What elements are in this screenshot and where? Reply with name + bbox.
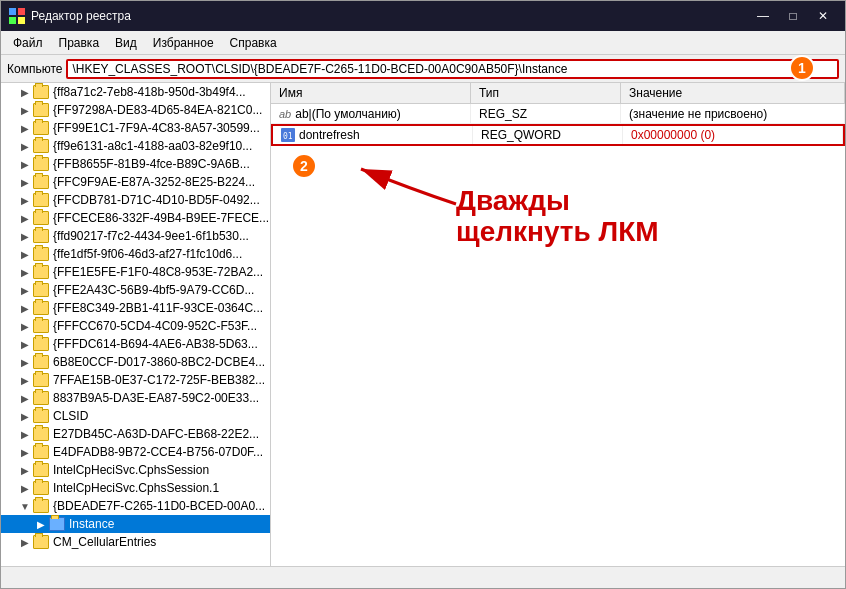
svg-rect-3 xyxy=(18,17,25,24)
expand-icon[interactable]: ▶ xyxy=(17,120,33,136)
tree-item-ff9e[interactable]: ▶ {ff9e6131-a8c1-4188-aa03-82e9f10... xyxy=(1,137,270,155)
value-name-dontrefresh: 01 dontrefresh xyxy=(273,126,473,144)
tree-item-ffce[interactable]: ▶ {FFCECE86-332F-49B4-B9EE-7FECE... xyxy=(1,209,270,227)
folder-icon xyxy=(49,517,65,531)
expand-icon[interactable]: ▶ xyxy=(17,210,33,226)
menu-file[interactable]: Файл xyxy=(5,34,51,52)
values-header: Имя Тип Значение xyxy=(271,83,845,104)
tree-label: {FFFDC614-B694-4AE6-AB38-5D63... xyxy=(53,337,258,351)
expand-icon[interactable]: ▶ xyxy=(17,462,33,478)
tree-item-e27d[interactable]: ▶ E27DB45C-A63D-DAFC-EB68-22E2... xyxy=(1,425,270,443)
expand-icon[interactable]: ▶ xyxy=(17,372,33,388)
menu-bar: Файл Правка Вид Избранное Справка xyxy=(1,31,845,55)
tree-item-intelheci1[interactable]: ▶ IntelCpHeciSvc.CphsSession xyxy=(1,461,270,479)
tree-item-bdeade[interactable]: ▼ {BDEADE7F-C265-11D0-BCED-00A0... xyxy=(1,497,270,515)
expand-icon[interactable]: ▶ xyxy=(17,300,33,316)
menu-view[interactable]: Вид xyxy=(107,34,145,52)
tree-label: IntelCpHeciSvc.CphsSession.1 xyxy=(53,481,219,495)
folder-icon xyxy=(33,337,49,351)
expand-icon[interactable]: ▶ xyxy=(17,156,33,172)
expand-icon[interactable]: ▶ xyxy=(17,264,33,280)
folder-icon xyxy=(33,409,49,423)
folder-icon xyxy=(33,211,49,225)
tree-item-ffe2[interactable]: ▶ {FFE2A43C-56B9-4bf5-9A79-CC6D... xyxy=(1,281,270,299)
folder-icon xyxy=(33,535,49,549)
svg-rect-2 xyxy=(9,17,16,24)
expand-icon[interactable]: ▶ xyxy=(17,84,33,100)
expand-icon[interactable]: ▶ xyxy=(17,192,33,208)
folder-icon xyxy=(33,463,49,477)
expand-icon[interactable]: ▶ xyxy=(17,480,33,496)
tree-label: 7FFAE15B-0E37-C172-725F-BEB382... xyxy=(53,373,265,387)
tree-item-ff99[interactable]: ▶ {FF99E1C1-7F9A-4C83-8A57-30599... xyxy=(1,119,270,137)
tree-item-fffd[interactable]: ▶ {FFFDC614-B694-4AE6-AB38-5D63... xyxy=(1,335,270,353)
folder-icon xyxy=(33,103,49,117)
folder-icon xyxy=(33,427,49,441)
tree-item-8837[interactable]: ▶ 8837B9A5-DA3E-EA87-59C2-00E33... xyxy=(1,389,270,407)
registry-row-default[interactable]: ab ab|(По умолчанию) REG_SZ (значение не… xyxy=(271,104,845,124)
expand-icon[interactable]: ▶ xyxy=(17,534,33,550)
tree-label: E27DB45C-A63D-DAFC-EB68-22E2... xyxy=(53,427,259,441)
tree-item-clsid[interactable]: ▶ CLSID xyxy=(1,407,270,425)
close-button[interactable]: ✕ xyxy=(809,6,837,26)
tree-label: E4DFADB8-9B72-CCE4-B756-07D0F... xyxy=(53,445,263,459)
expand-icon[interactable]: ▶ xyxy=(33,516,49,532)
expand-icon[interactable]: ▼ xyxy=(17,498,33,514)
main-area: ▶ {ff8a71c2-7eb8-418b-950d-3b49f4... ▶ {… xyxy=(1,83,845,566)
folder-icon xyxy=(33,265,49,279)
svg-rect-1 xyxy=(18,8,25,15)
expand-icon[interactable]: ▶ xyxy=(17,318,33,334)
annotation-line2: щелкнуть ЛКМ xyxy=(456,217,659,248)
tree-item-cm-cellular[interactable]: ▶ CM_CellularEntries xyxy=(1,533,270,551)
tree-item-6b8e[interactable]: ▶ 6B8E0CCF-D017-3860-8BC2-DCBE4... xyxy=(1,353,270,371)
expand-icon[interactable]: ▶ xyxy=(17,354,33,370)
menu-edit[interactable]: Правка xyxy=(51,34,108,52)
folder-icon xyxy=(33,139,49,153)
tree-item-ff8a[interactable]: ▶ {ff8a71c2-7eb8-418b-950d-3b49f4... xyxy=(1,83,270,101)
expand-icon[interactable]: ▶ xyxy=(17,336,33,352)
registry-tree[interactable]: ▶ {ff8a71c2-7eb8-418b-950d-3b49f4... ▶ {… xyxy=(1,83,271,566)
tree-label: {FFB8655F-81B9-4fce-B89C-9A6B... xyxy=(53,157,250,171)
tree-item-7ffa[interactable]: ▶ 7FFAE15B-0E37-C172-725F-BEB382... xyxy=(1,371,270,389)
tree-item-ffe1e5[interactable]: ▶ {FFE1E5FE-F1F0-48C8-953E-72BA2... xyxy=(1,263,270,281)
value-name-text: ab|(По умолчанию) xyxy=(295,107,401,121)
address-input[interactable] xyxy=(66,59,839,79)
expand-icon[interactable]: ▶ xyxy=(17,390,33,406)
tree-item-ffb8[interactable]: ▶ {FFB8655F-81B9-4fce-B89C-9A6B... xyxy=(1,155,270,173)
value-type-default: REG_SZ xyxy=(471,104,621,123)
expand-icon[interactable]: ▶ xyxy=(17,174,33,190)
expand-icon[interactable]: ▶ xyxy=(17,246,33,262)
tree-item-ffe8[interactable]: ▶ {FFE8C349-2BB1-411F-93CE-0364C... xyxy=(1,299,270,317)
expand-icon[interactable]: ▶ xyxy=(17,408,33,424)
value-name-text: dontrefresh xyxy=(299,128,360,142)
tree-label: {FFE8C349-2BB1-411F-93CE-0364C... xyxy=(53,301,263,315)
tree-item-ffe1df[interactable]: ▶ {ffe1df5f-9f06-46d3-af27-f1fc10d6... xyxy=(1,245,270,263)
tree-item-instance[interactable]: ▶ Instance xyxy=(1,515,270,533)
folder-icon xyxy=(33,175,49,189)
expand-icon[interactable]: ▶ xyxy=(17,426,33,442)
tree-item-ffd9[interactable]: ▶ {ffd90217-f7c2-4434-9ee1-6f1b530... xyxy=(1,227,270,245)
menu-favorites[interactable]: Избранное xyxy=(145,34,222,52)
tree-item-ffc9[interactable]: ▶ {FFC9F9AE-E87A-3252-8E25-B224... xyxy=(1,173,270,191)
registry-row-dontrefresh[interactable]: 01 dontrefresh REG_QWORD 0x00000000 (0) xyxy=(271,124,845,146)
tree-label: 6B8E0CCF-D017-3860-8BC2-DCBE4... xyxy=(53,355,265,369)
header-name: Имя xyxy=(271,83,471,103)
expand-icon[interactable]: ▶ xyxy=(17,282,33,298)
tree-item-ffcd[interactable]: ▶ {FFCDB781-D71C-4D10-BD5F-0492... xyxy=(1,191,270,209)
minimize-button[interactable]: — xyxy=(749,6,777,26)
folder-icon xyxy=(33,193,49,207)
expand-icon[interactable]: ▶ xyxy=(17,444,33,460)
menu-help[interactable]: Справка xyxy=(222,34,285,52)
maximize-button[interactable]: □ xyxy=(779,6,807,26)
expand-icon[interactable]: ▶ xyxy=(17,228,33,244)
binary-icon: 01 xyxy=(281,128,295,142)
tree-item-ff97[interactable]: ▶ {FF97298A-DE83-4D65-84EA-821C0... xyxy=(1,101,270,119)
expand-icon[interactable]: ▶ xyxy=(17,138,33,154)
tree-label: {ff9e6131-a8c1-4188-aa03-82e9f10... xyxy=(53,139,252,153)
value-type-dontrefresh: REG_QWORD xyxy=(473,126,623,144)
folder-icon xyxy=(33,481,49,495)
expand-icon[interactable]: ▶ xyxy=(17,102,33,118)
tree-item-e4df[interactable]: ▶ E4DFADB8-9B72-CCE4-B756-07D0F... xyxy=(1,443,270,461)
tree-item-fffcc[interactable]: ▶ {FFFCC670-5CD4-4C09-952C-F53F... xyxy=(1,317,270,335)
tree-item-intelheci2[interactable]: ▶ IntelCpHeciSvc.CphsSession.1 xyxy=(1,479,270,497)
